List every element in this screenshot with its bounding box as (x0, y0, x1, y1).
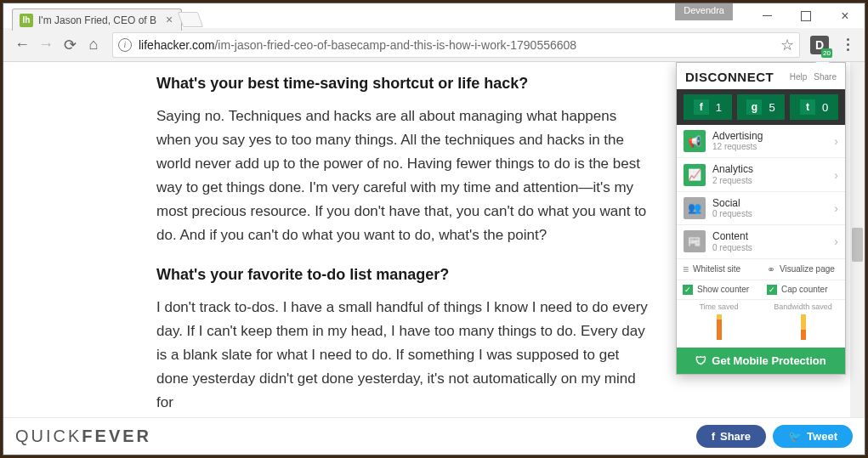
close-window-button[interactable]: × (825, 3, 865, 28)
list-icon: ≡ (683, 263, 689, 275)
facebook-icon: f (694, 99, 709, 115)
title-bar: lh I'm Jason Fried, CEO of B × Devendra … (3, 3, 865, 28)
heading-todo: What's your favorite to-do list manager? (156, 266, 650, 284)
scrollbar-thumb[interactable] (852, 228, 863, 262)
chevron-right-icon: › (834, 168, 838, 182)
time-saved-stat: Time saved (677, 300, 761, 348)
help-link[interactable]: Help (790, 72, 808, 82)
whitelist-site[interactable]: ≡Whitelist site (677, 259, 761, 280)
share-link[interactable]: Share (814, 72, 837, 82)
heading-shortcut: What's your best time-saving shortcut or… (156, 75, 650, 93)
content-icon: 📰 (684, 230, 706, 252)
facebook-icon: f (712, 430, 715, 443)
address-bar[interactable]: i lifehacker.com/im-jason-fried-ceo-of-b… (112, 32, 800, 58)
bookmark-star-icon[interactable]: ☆ (780, 36, 794, 54)
stats-row: Time saved Bandwidth saved (677, 300, 845, 348)
checkbox-checked-icon: ✓ (683, 285, 693, 295)
visualize-page[interactable]: ⚭Visualize page (761, 259, 845, 280)
show-counter-checkbox[interactable]: ✓Show counter (677, 280, 761, 299)
paragraph-saying-no: Saying no. Techniques and hacks are all … (156, 105, 650, 247)
footer-bar: QUICKFEVER fShare 🐦Tweet (3, 417, 865, 455)
tab-title: I'm Jason Fried, CEO of B (38, 14, 161, 26)
twitter-icon: t (800, 99, 815, 115)
close-tab-icon[interactable]: × (166, 16, 174, 25)
browser-window: lh I'm Jason Fried, CEO of B × Devendra … (3, 3, 865, 455)
forward-button[interactable]: → (34, 33, 58, 57)
disconnect-popup: DISCONNECT Help Share f1 g5 t0 📢 Adverti… (676, 62, 846, 375)
window-controls: × (747, 3, 865, 28)
social-counters: f1 g5 t0 (677, 89, 845, 125)
twitter-counter[interactable]: t0 (790, 94, 838, 120)
bandwidth-saved-stat: Bandwidth saved (761, 300, 845, 348)
checkbox-checked-icon: ✓ (767, 285, 777, 295)
disconnect-brand: DISCONNECT (685, 70, 774, 84)
paragraph-todo: I don't track to-dos. I have a small han… (156, 296, 650, 415)
chrome-menu-button[interactable] (837, 38, 858, 51)
profile-badge[interactable]: Devendra (675, 3, 733, 20)
shield-icon: 🛡 (695, 354, 706, 367)
extension-badge: 20 (821, 48, 832, 58)
disconnect-extension-icon[interactable]: D20 (810, 36, 829, 54)
chart-icon: 📈 (684, 164, 706, 186)
url-path: /im-jason-fried-ceo-of-basecamp-and-this… (214, 38, 576, 52)
favicon: lh (20, 14, 33, 27)
site-logo: QUICKFEVER (15, 427, 151, 446)
page-content: What's your best time-saving shortcut or… (3, 62, 865, 455)
options-row: ≡Whitelist site ⚭Visualize page (677, 259, 845, 280)
reload-button[interactable]: ⟳ (58, 33, 82, 57)
megaphone-icon: 📢 (684, 130, 706, 152)
article: What's your best time-saving shortcut or… (3, 62, 701, 416)
browser-tab[interactable]: lh I'm Jason Fried, CEO of B × (12, 8, 182, 31)
twitter-tweet-button[interactable]: 🐦Tweet (773, 425, 853, 448)
category-advertising[interactable]: 📢 Advertising12 requests › (677, 125, 845, 158)
back-button[interactable]: ← (10, 33, 34, 57)
time-bar-icon (717, 314, 722, 340)
twitter-icon: 🐦 (788, 430, 802, 443)
facebook-share-button[interactable]: fShare (696, 425, 766, 448)
category-social[interactable]: 👥 Social0 requests › (677, 192, 845, 225)
graph-icon: ⚭ (767, 263, 775, 275)
popup-header: DISCONNECT Help Share (677, 63, 845, 89)
scrollbar[interactable] (850, 62, 865, 417)
category-content[interactable]: 📰 Content0 requests › (677, 225, 845, 258)
category-analytics[interactable]: 📈 Analytics2 requests › (677, 158, 845, 191)
google-icon: g (746, 99, 762, 115)
bandwidth-bar-icon (801, 314, 806, 340)
get-mobile-button[interactable]: 🛡Get Mobile Protection (677, 348, 845, 374)
people-icon: 👥 (684, 197, 706, 219)
cap-counter-checkbox[interactable]: ✓Cap counter (761, 280, 845, 299)
new-tab-button[interactable] (178, 12, 204, 27)
chevron-right-icon: › (834, 134, 838, 148)
site-info-icon[interactable]: i (118, 38, 132, 52)
chevron-right-icon: › (834, 235, 838, 248)
maximize-button[interactable] (786, 3, 825, 28)
home-button[interactable]: ⌂ (82, 33, 105, 57)
facebook-counter[interactable]: f1 (684, 94, 732, 120)
google-counter[interactable]: g5 (737, 94, 786, 120)
minimize-button[interactable] (747, 3, 786, 28)
toolbar: ← → ⟳ ⌂ i lifehacker.com/im-jason-fried-… (3, 28, 865, 62)
chevron-right-icon: › (834, 201, 838, 215)
url-host: lifehacker.com (139, 38, 214, 52)
checkbox-row: ✓Show counter ✓Cap counter (677, 280, 845, 300)
